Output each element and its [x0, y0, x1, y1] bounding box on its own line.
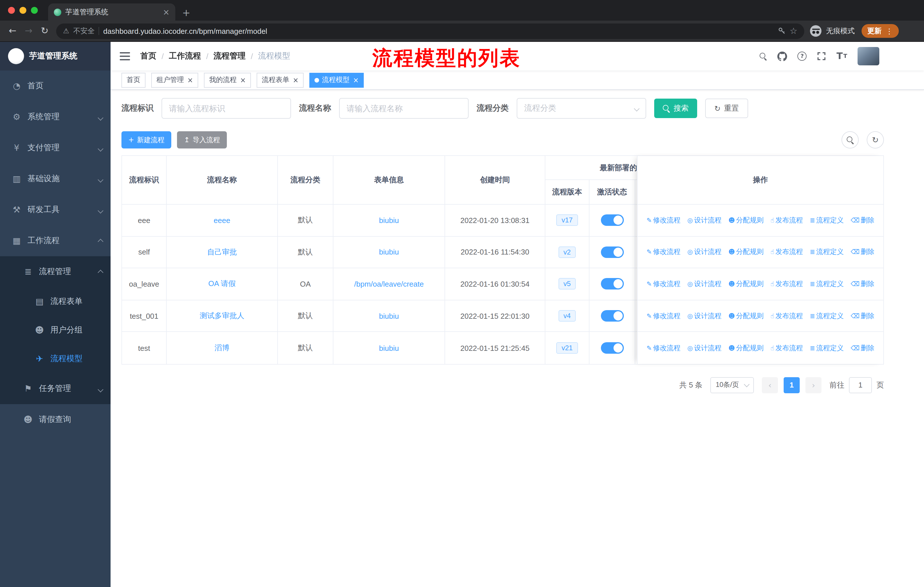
sidebar-item-leave-query[interactable]: ☻请假查询 [0, 404, 111, 435]
url-text[interactable]: dashboard.yudao.iocoder.cn/bpm/manager/m… [103, 26, 774, 35]
next-page-button[interactable]: › [805, 377, 822, 393]
action-publish[interactable]: ☝发布流程 [771, 279, 803, 289]
action-design[interactable]: ◎设计流程 [687, 311, 721, 321]
action-modify[interactable]: ✎修改流程 [647, 279, 680, 289]
sidebar-item-process-management[interactable]: ≣流程管理 [0, 256, 111, 287]
tag-close-icon[interactable]: × [187, 76, 193, 83]
action-modify[interactable]: ✎修改流程 [647, 311, 680, 321]
reset-button[interactable]: ↻ 重置 [705, 99, 748, 118]
sidebar-item-dev-tools[interactable]: ⚒研发工具 [0, 194, 111, 225]
user-avatar[interactable] [858, 47, 879, 65]
sidebar-item-home[interactable]: ◔首页 [0, 71, 111, 101]
process-key-input[interactable] [162, 98, 291, 119]
active-toggle[interactable] [601, 342, 624, 354]
process-name-link[interactable]: 测试多审批人 [200, 311, 244, 321]
action-modify[interactable]: ✎修改流程 [647, 247, 680, 257]
action-design[interactable]: ◎设计流程 [687, 247, 721, 257]
action-publish[interactable]: ☝发布流程 [771, 215, 803, 225]
bookmark-star-icon[interactable]: ☆ [790, 26, 797, 35]
process-name-link[interactable]: eeee [214, 216, 230, 225]
sidebar-item-task-management[interactable]: ⚑任务管理 [0, 373, 111, 404]
close-window-button[interactable] [8, 7, 15, 14]
active-toggle[interactable] [601, 246, 624, 258]
menu-dots-icon[interactable]: ⋮ [886, 27, 893, 35]
action-publish[interactable]: ☝发布流程 [771, 343, 803, 353]
tag-close-icon[interactable]: × [353, 76, 359, 83]
key-icon[interactable] [778, 27, 785, 35]
create-process-button[interactable]: + 新建流程 [121, 131, 171, 149]
form-info-link[interactable]: biubiu [379, 312, 399, 320]
action-design[interactable]: ◎设计流程 [687, 279, 721, 289]
process-name-link[interactable]: 滔博 [214, 343, 229, 353]
form-info-link[interactable]: biubiu [379, 344, 399, 352]
action-modify[interactable]: ✎修改流程 [647, 215, 680, 225]
sidebar-item-process-form[interactable]: ▤流程表单 [0, 287, 111, 316]
tag-my-process[interactable]: 我的流程× [204, 73, 251, 88]
form-info-link[interactable]: /bpm/oa/leave/create [354, 280, 424, 288]
reload-button[interactable]: ↻ [37, 23, 53, 38]
col-header-process-key[interactable]: 流程标识 [122, 156, 167, 204]
goto-page-input[interactable] [849, 377, 872, 393]
fullscreen-icon[interactable] [817, 51, 826, 61]
tab-close-icon[interactable]: × [163, 8, 170, 16]
active-toggle[interactable] [601, 278, 624, 290]
process-name-input[interactable] [339, 98, 469, 119]
help-icon[interactable]: ? [798, 51, 807, 61]
action-delete[interactable]: ⌫删除 [851, 279, 874, 289]
process-name-link[interactable]: OA 请假 [208, 279, 236, 289]
sidebar-item-system-management[interactable]: ⚙系统管理 [0, 101, 111, 132]
action-delete[interactable]: ⌫删除 [851, 247, 874, 257]
refresh-table-button[interactable]: ↻ [867, 131, 884, 149]
action-definition[interactable]: ≣流程定义 [810, 279, 843, 289]
new-tab-button[interactable]: + [182, 8, 190, 18]
prev-page-button[interactable]: ‹ [762, 377, 778, 393]
action-assign[interactable]: ☻分配规则 [728, 247, 764, 257]
col-header-active-status[interactable]: 激活状态 [589, 180, 635, 204]
search-icon[interactable] [760, 53, 767, 60]
col-header-process-name[interactable]: 流程名称 [167, 156, 278, 204]
breadcrumb-item[interactable]: 流程管理 [214, 51, 246, 61]
address-bar[interactable]: ⚠ 不安全 dashboard.yudao.iocoder.cn/bpm/man… [56, 23, 804, 39]
zoom-window-button[interactable] [31, 7, 38, 14]
github-icon[interactable] [778, 51, 787, 61]
tag-process-model[interactable]: 流程模型× [309, 73, 364, 88]
tag-close-icon[interactable]: × [293, 76, 299, 83]
sidebar-item-infrastructure[interactable]: ▥基础设施 [0, 164, 111, 194]
action-design[interactable]: ◎设计流程 [687, 215, 721, 225]
back-button[interactable]: ← [5, 23, 21, 38]
action-definition[interactable]: ≣流程定义 [810, 311, 843, 321]
action-delete[interactable]: ⌫删除 [851, 215, 874, 225]
action-assign[interactable]: ☻分配规则 [728, 343, 764, 353]
action-delete[interactable]: ⌫删除 [851, 311, 874, 321]
sidebar-item-user-group[interactable]: ☻用户分组 [0, 316, 111, 344]
col-header-created-time[interactable]: 创建时间 [445, 156, 545, 204]
breadcrumb-item[interactable]: 工作流程 [169, 51, 201, 61]
action-assign[interactable]: ☻分配规则 [728, 215, 764, 225]
page-size-select[interactable]: 10条/页 [711, 377, 754, 393]
col-header-form-info[interactable]: 表单信息 [333, 156, 445, 204]
sidebar-item-payment-management[interactable]: ¥支付管理 [0, 132, 111, 164]
security-label[interactable]: 不安全 [73, 26, 95, 36]
form-info-link[interactable]: biubiu [379, 216, 399, 225]
import-process-button[interactable]: ↥ 导入流程 [177, 131, 227, 149]
sidebar-item-workflow[interactable]: ▦工作流程 [0, 225, 111, 256]
col-header-category[interactable]: 流程分类 [278, 156, 333, 204]
action-delete[interactable]: ⌫删除 [851, 343, 874, 353]
version-tag[interactable]: v4 [558, 310, 576, 322]
action-modify[interactable]: ✎修改流程 [647, 343, 680, 353]
col-header-version[interactable]: 流程版本 [545, 180, 589, 204]
version-tag[interactable]: v17 [556, 215, 578, 226]
tag-process-form[interactable]: 流程表单× [257, 73, 304, 88]
process-name-link[interactable]: 自己审批 [207, 247, 237, 257]
sidebar-item-process-model[interactable]: ✈流程模型 [0, 344, 111, 373]
active-toggle[interactable] [601, 310, 624, 322]
tag-tenant-management[interactable]: 租户管理× [151, 73, 198, 88]
form-info-link[interactable]: biubiu [379, 248, 399, 256]
version-tag[interactable]: v2 [558, 246, 576, 258]
forward-button[interactable]: → [21, 23, 37, 38]
action-definition[interactable]: ≣流程定义 [810, 247, 843, 257]
tag-home[interactable]: 首页 [121, 73, 145, 88]
active-toggle[interactable] [601, 215, 624, 226]
browser-tab[interactable]: 芋道管理系统 × [48, 3, 175, 21]
breadcrumb-item[interactable]: 首页 [140, 51, 157, 61]
